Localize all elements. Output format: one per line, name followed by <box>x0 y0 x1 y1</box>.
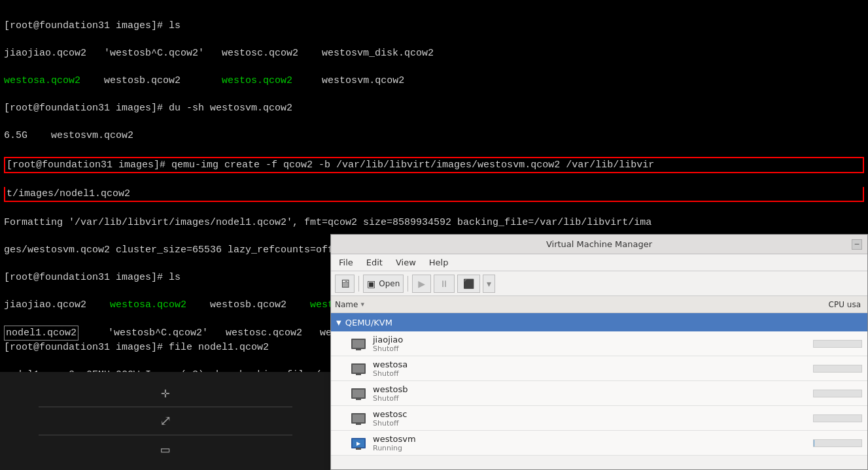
vm-monitor-westosvm <box>351 438 366 448</box>
toolbar-open-button[interactable]: ▣ Open <box>363 275 404 293</box>
vm-name-jiaojiao: jiaojiao <box>373 335 813 344</box>
vm-row-westosc[interactable]: westosc Shutoff <box>331 406 867 431</box>
vm-monitor-jiaojiao <box>351 339 366 349</box>
vm-cpu-bar-jiaojiao <box>813 340 862 348</box>
toolbar-pause-button[interactable]: ⏸ <box>434 275 455 293</box>
term-line-10: nodel1.qcow2 <box>4 326 78 341</box>
toolbar-new-button[interactable]: 🖥 <box>335 275 355 293</box>
vm-row-westosvm[interactable]: westosvm Running <box>331 431 867 456</box>
col-cpu-header: CPU usa <box>811 300 863 309</box>
vm-name-westosc: westosc <box>373 409 813 419</box>
menu-file[interactable]: File <box>336 257 356 268</box>
vm-cpu-fill-westosvm <box>814 440 814 446</box>
col-cpu-label: CPU usa <box>829 300 861 309</box>
vmm-group-qemu[interactable]: ▼ QEMU/KVM <box>331 313 867 331</box>
vmm-content: Name ▾ CPU usa ▼ QEMU/KVM jiaojiao Sh <box>331 296 867 469</box>
stop-icon: ⬛ <box>463 278 474 289</box>
vm-status-jiaojiao: Shutoff <box>373 344 813 353</box>
toolbar-sep-1 <box>358 276 359 292</box>
vm-icon-westosb <box>349 386 368 401</box>
vmm-titlebar: Virtual Machine Manager − <box>331 235 867 254</box>
new-vm-icon: 🖥 <box>339 277 351 290</box>
menu-view[interactable]: View <box>393 257 419 268</box>
vm-cpu-bar-westosvm <box>813 439 862 447</box>
term-line-4: [root@foundation31 images]# du -sh westo… <box>4 101 864 115</box>
vm-status-westosvm: Running <box>373 444 813 452</box>
vmm-list: ▼ QEMU/KVM jiaojiao Shutoff <box>331 313 867 469</box>
vm-status-westosb: Shutoff <box>373 394 813 403</box>
vmm-close-button[interactable]: − <box>852 239 862 250</box>
vm-monitor-westosb <box>351 388 366 399</box>
term-line-6: Formatting '/var/lib/libvirt/images/node… <box>4 216 864 229</box>
monitor-icon[interactable]: ▭ <box>161 441 169 458</box>
vmm-title: Virtual Machine Manager <box>347 239 852 249</box>
icon-divider-2 <box>39 435 292 435</box>
vm-monitor-westosc <box>351 413 366 424</box>
play-icon: ▶ <box>418 278 425 289</box>
term-line-2: jiaojiao.qcow2 'westosb^C.qcow2' westosc… <box>4 46 864 60</box>
open-label: Open <box>379 279 400 288</box>
vm-info-westosc: westosc Shutoff <box>373 409 813 428</box>
vm-status-westosc: Shutoff <box>373 419 813 428</box>
vm-cpu-bar-westosa <box>813 365 862 373</box>
icon-divider-1 <box>39 407 292 407</box>
vmm-window: Virtual Machine Manager − File Edit View… <box>330 234 868 470</box>
group-label: QEMU/KVM <box>345 318 392 327</box>
vm-row-westosb[interactable]: westosb Shutoff <box>331 381 867 406</box>
vmm-toolbar: 🖥 ▣ Open ▶ ⏸ ⬛ ▾ <box>331 271 867 296</box>
pause-icon: ⏸ <box>440 278 449 289</box>
vm-info-westosa: westosa Shutoff <box>373 360 813 378</box>
term-line-3: westosa.qcow2 westosb.qcow2 westos.qcow2… <box>4 74 864 88</box>
vm-icon-westosa <box>349 361 368 376</box>
col-name-header: Name ▾ <box>335 300 811 309</box>
col-name-dropdown-icon[interactable]: ▾ <box>360 300 364 309</box>
vm-monitor-westosa <box>351 363 366 374</box>
vm-cpu-bar-westosc <box>813 414 862 422</box>
vm-info-westosvm: westosvm Running <box>373 434 813 452</box>
vmm-list-header: Name ▾ CPU usa <box>331 296 867 313</box>
vm-cpu-bar-westosb <box>813 390 862 397</box>
term-line-1: [root@foundation31 images]# ls <box>4 19 864 33</box>
vm-info-westosb: westosb Shutoff <box>373 384 813 403</box>
col-name-label: Name <box>335 300 358 309</box>
toolbar-stop-button[interactable]: ⬛ <box>457 275 480 293</box>
menu-edit[interactable]: Edit <box>364 257 385 268</box>
crosshair-icon[interactable]: ✛ <box>161 384 169 401</box>
vm-icon-westosc <box>349 411 368 426</box>
crosshair-panel: ✛ ⤢ ▭ <box>0 372 330 470</box>
vm-name-westosa: westosa <box>373 360 813 369</box>
toolbar-dropdown-button[interactable]: ▾ <box>483 275 495 293</box>
toolbar-sep-2 <box>408 276 408 292</box>
vm-row-jiaojiao[interactable]: jiaojiao Shutoff <box>331 331 867 356</box>
term-line-boxed-1: [root@foundation31 images]# qemu-img cre… <box>4 157 864 173</box>
menu-help[interactable]: Help <box>426 257 451 268</box>
vm-name-westosb: westosb <box>373 384 813 394</box>
toolbar-play-button[interactable]: ▶ <box>412 275 431 293</box>
vm-name-westosvm: westosvm <box>373 434 813 444</box>
vm-icon-westosvm <box>349 436 368 450</box>
term-line-boxed-2: t/images/nodel1.qcow2 <box>4 187 864 202</box>
term-line-5: 6.5G westosvm.qcow2 <box>4 129 864 143</box>
vm-row-westosa[interactable]: westosa Shutoff <box>331 356 867 381</box>
vmm-menubar: File Edit View Help <box>331 254 867 271</box>
vm-info-jiaojiao: jiaojiao Shutoff <box>373 335 813 353</box>
group-arrow-icon: ▼ <box>336 319 341 326</box>
dropdown-icon: ▾ <box>487 278 491 289</box>
vm-status-westosa: Shutoff <box>373 369 813 378</box>
expand-icon[interactable]: ⤢ <box>160 412 171 429</box>
open-icon: ▣ <box>367 278 375 289</box>
vm-icon-jiaojiao <box>349 337 368 351</box>
